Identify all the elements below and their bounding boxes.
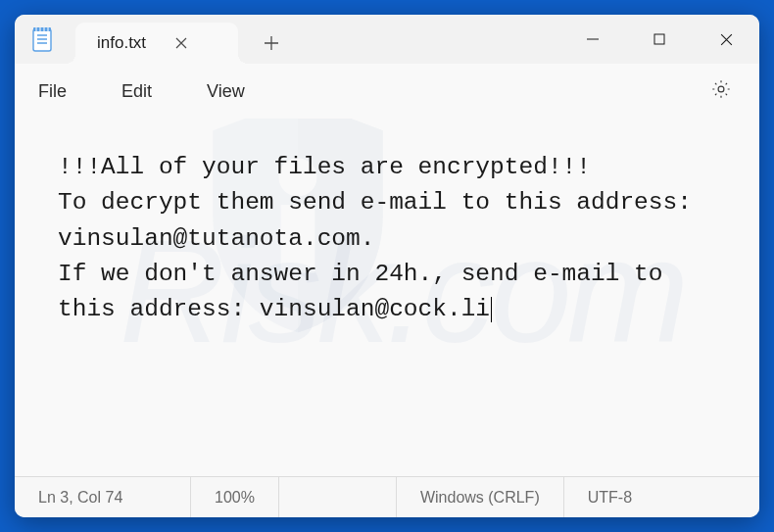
status-line-ending[interactable]: Windows (CRLF) [397, 477, 564, 517]
tab-active[interactable]: info.txt [75, 23, 238, 64]
notepad-app-icon [15, 15, 70, 64]
window-controls [559, 15, 759, 64]
tab-title: info.txt [97, 33, 146, 53]
settings-button[interactable] [706, 74, 736, 109]
menu-view[interactable]: View [207, 81, 245, 102]
close-tab-icon[interactable] [173, 33, 189, 54]
status-zoom[interactable]: 100% [191, 477, 279, 517]
document-text: !!!All of your files are encrypted!!! To… [58, 154, 706, 322]
status-cursor-position[interactable]: Ln 3, Col 74 [15, 477, 191, 517]
maximize-button[interactable] [626, 15, 693, 64]
new-tab-button[interactable] [252, 23, 291, 64]
svg-rect-12 [654, 34, 664, 44]
statusbar: Ln 3, Col 74 100% Windows (CRLF) UTF-8 [15, 476, 759, 517]
close-window-button[interactable] [693, 15, 759, 64]
status-encoding[interactable]: UTF-8 [564, 477, 759, 517]
text-editor-area[interactable]: !!!All of your files are encrypted!!! To… [15, 119, 759, 476]
titlebar: info.txt [15, 15, 759, 64]
status-spacer [279, 477, 397, 517]
minimize-button[interactable] [559, 15, 626, 64]
svg-point-13 [718, 86, 724, 92]
menubar: File Edit View [15, 64, 759, 119]
text-caret [491, 297, 492, 322]
notepad-window: Risk.com info.txt [15, 15, 759, 517]
menu-edit[interactable]: Edit [121, 81, 152, 102]
menu-file[interactable]: File [38, 81, 67, 102]
tab-strip: info.txt [70, 15, 559, 64]
svg-rect-2 [33, 29, 51, 51]
